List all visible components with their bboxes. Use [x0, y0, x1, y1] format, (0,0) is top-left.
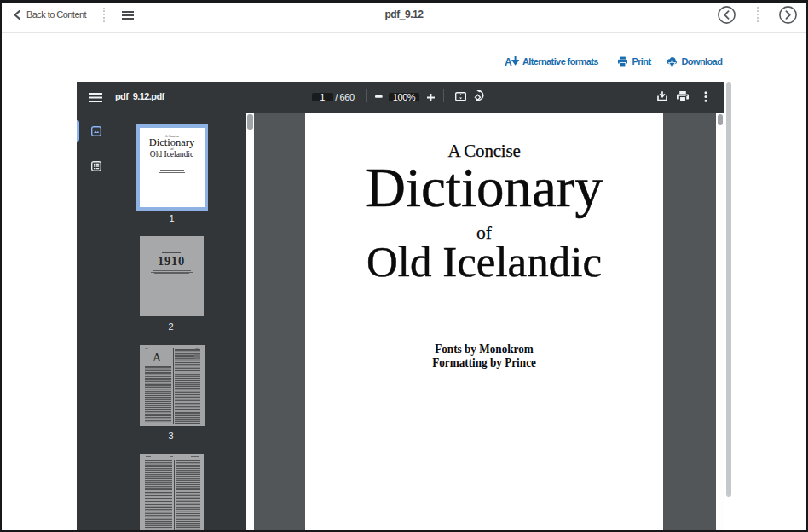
svg-text:A: A — [505, 56, 512, 66]
